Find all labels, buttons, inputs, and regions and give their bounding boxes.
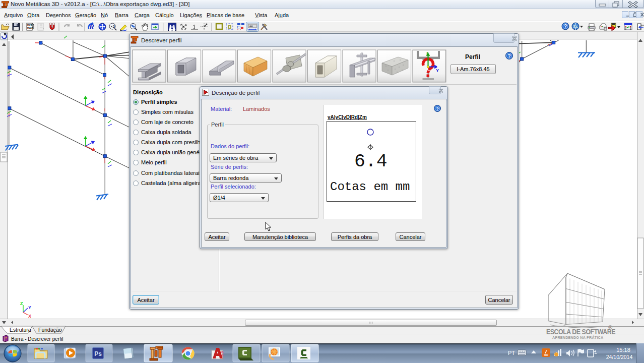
svg-text:X: X [28, 314, 31, 319]
svg-text:Z: Z [20, 301, 23, 306]
svg-text:Fundação: Fundação [38, 327, 62, 333]
svg-text:Cotas em mm: Cotas em mm [330, 180, 410, 194]
svg-text:?: ? [564, 24, 567, 29]
svg-text:?: ? [507, 53, 510, 59]
svg-text:z: z [426, 50, 429, 55]
svg-text:?: ? [5, 336, 7, 340]
svg-text:10: 10 [220, 354, 224, 357]
svg-text:×2: ×2 [110, 24, 115, 29]
svg-text:##: ## [249, 25, 253, 28]
svg-text:?: ? [436, 106, 439, 111]
svg-text:6.4: 6.4 [354, 151, 388, 172]
svg-text:DWG: DWG [27, 27, 33, 30]
svg-text:Ps: Ps [94, 350, 102, 357]
svg-text:Y: Y [436, 68, 439, 73]
svg-text:Y: Y [28, 305, 31, 310]
svg-text:Estrutura: Estrutura [10, 327, 31, 333]
